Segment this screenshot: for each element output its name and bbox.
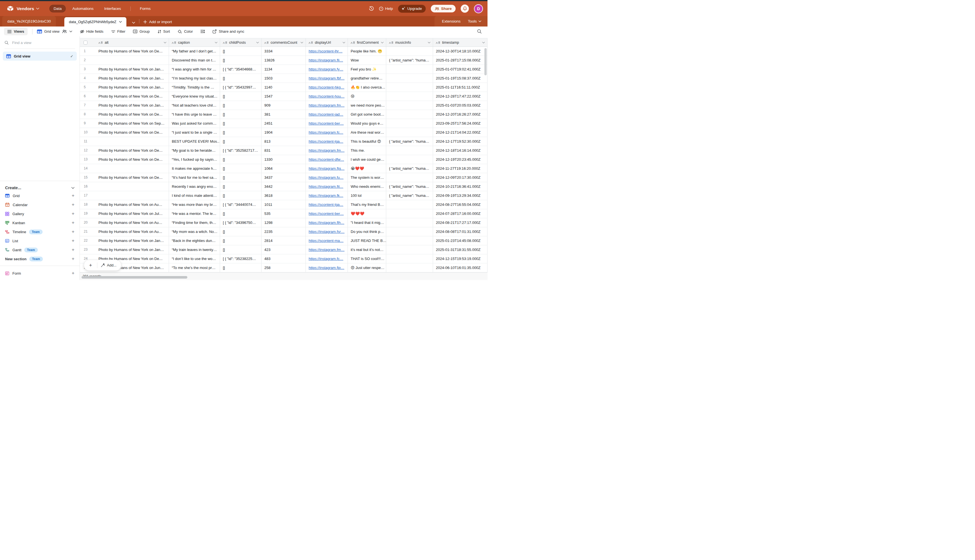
cell-firstComment[interactable]: I wish we could ge… bbox=[348, 155, 386, 164]
cell-alt[interactable]: 21 Photo by Humans of New York on Au… bbox=[80, 227, 169, 236]
cell-musicInfo[interactable] bbox=[386, 74, 433, 83]
cell-displayUrl[interactable]: https://instagram.flh… bbox=[306, 218, 348, 227]
notifications-button[interactable] bbox=[461, 5, 469, 13]
cell-timestamp[interactable]: 2023-09-25T17:56:24.000Z bbox=[433, 119, 488, 128]
search-icon[interactable] bbox=[477, 29, 482, 34]
cell-caption[interactable]: “He was a mentor. The le… bbox=[169, 209, 220, 218]
cell-alt[interactable]: 11 bbox=[80, 137, 169, 146]
cell-displayUrl[interactable]: https://instagram.fit… bbox=[306, 182, 348, 191]
cell-musicInfo[interactable] bbox=[386, 83, 433, 92]
cell-caption[interactable]: “I’m teaching my last clas… bbox=[169, 74, 220, 83]
column-header-alt[interactable]: A alt bbox=[80, 38, 169, 47]
cell-commentsCount[interactable]: 535 bbox=[262, 209, 306, 218]
column-header-timestamp[interactable]: A timestamp bbox=[433, 38, 488, 47]
cell-displayUrl[interactable]: https://instagram.fjp… bbox=[306, 263, 348, 272]
cell-firstComment[interactable]: The system is wor… bbox=[348, 173, 386, 182]
cell-childPosts[interactable]: [] bbox=[220, 128, 262, 137]
cell-musicInfo[interactable] bbox=[386, 119, 433, 128]
cell-caption[interactable]: “To me she’s the most pr… bbox=[169, 263, 220, 272]
tools-button[interactable]: Tools bbox=[468, 19, 481, 23]
cell-alt[interactable]: 22 Photo by Humans of New York on Jan… bbox=[80, 236, 169, 245]
cell-alt[interactable]: 23 Photo by Humans of New York on Jan… bbox=[80, 245, 169, 254]
cell-timestamp[interactable]: 2024-10-21T16:36:41.000Z bbox=[433, 182, 488, 191]
cell-timestamp[interactable]: 2025-01-28T17:15:08.000Z bbox=[433, 56, 488, 65]
cell-timestamp[interactable]: 2024-12-28T17:47:22.000Z bbox=[433, 92, 488, 101]
cell-alt[interactable]: 4 Photo by Humans of New York on Jan… bbox=[80, 74, 169, 83]
create-item-timeline[interactable]: Timeline Team + bbox=[0, 227, 80, 236]
create-item-new-section[interactable]: New section Team + bbox=[0, 254, 80, 263]
cell-displayUrl[interactable]: https://instagram.fu… bbox=[306, 173, 348, 182]
create-item-gantt[interactable]: Gantt Team + bbox=[0, 245, 80, 254]
cell-musicInfo[interactable]: { "artist_name": "huma… bbox=[386, 182, 433, 191]
cell-firstComment[interactable]: 😢 bbox=[348, 92, 386, 101]
column-chevron-icon[interactable] bbox=[301, 42, 303, 43]
cell-musicInfo[interactable] bbox=[386, 110, 433, 119]
cell-alt[interactable]: 17 bbox=[80, 191, 169, 200]
cell-commentsCount[interactable]: 909 bbox=[262, 101, 306, 110]
cell-displayUrl[interactable]: https://instagram.fy… bbox=[306, 65, 348, 73]
cell-musicInfo[interactable] bbox=[386, 65, 433, 73]
workspace-chevron-down-icon[interactable] bbox=[36, 8, 39, 10]
cell-musicInfo[interactable]: { "artist_name": "huma… bbox=[386, 137, 433, 146]
cell-timestamp[interactable]: 2024-12-15T19:53:19.000Z bbox=[433, 254, 488, 263]
cell-firstComment[interactable]: Do you not think p… bbox=[348, 227, 386, 236]
cell-displayUrl[interactable]: https://scontent-hou… bbox=[306, 92, 348, 101]
add-row-button[interactable]: + bbox=[84, 260, 97, 270]
cell-commentsCount[interactable]: 2235 bbox=[262, 227, 306, 236]
cell-commentsCount[interactable]: 381 bbox=[262, 110, 306, 119]
cell-displayUrl[interactable]: https://instagram.fc… bbox=[306, 128, 348, 137]
cell-commentsCount[interactable]: 258 bbox=[262, 263, 306, 272]
cell-firstComment[interactable]: Would you guys e… bbox=[348, 119, 386, 128]
create-item-gallery[interactable]: Gallery + bbox=[0, 209, 80, 218]
vertical-scrollbar-thumb[interactable] bbox=[484, 48, 487, 75]
cell-musicInfo[interactable] bbox=[386, 146, 433, 155]
cell-childPosts[interactable]: [] bbox=[220, 119, 262, 128]
column-header-caption[interactable]: A caption bbox=[169, 38, 220, 47]
cell-commentsCount[interactable]: 3437 bbox=[262, 173, 306, 182]
cell-childPosts[interactable]: [] bbox=[220, 110, 262, 119]
column-chevron-icon[interactable] bbox=[381, 42, 384, 43]
cell-commentsCount[interactable]: 1134 bbox=[262, 65, 306, 73]
create-section-header[interactable]: Create... bbox=[0, 184, 80, 191]
cell-displayUrl[interactable]: https://instagram.ftg… bbox=[306, 164, 348, 173]
filter-button[interactable]: Filter bbox=[111, 29, 125, 33]
cell-commentsCount[interactable]: 1298 bbox=[262, 218, 306, 227]
cell-caption[interactable]: “My mom was a witch. No… bbox=[169, 227, 220, 236]
cell-firstComment[interactable]: This me. bbox=[348, 146, 386, 155]
cell-musicInfo[interactable] bbox=[386, 236, 433, 245]
cell-childPosts[interactable]: [] bbox=[220, 263, 262, 272]
sort-button[interactable]: Sort bbox=[157, 29, 170, 33]
cell-displayUrl[interactable]: https://scontent-ber… bbox=[306, 119, 348, 128]
cell-alt[interactable]: 19 Photo by Humans of New York on Jul… bbox=[80, 209, 169, 218]
cell-displayUrl[interactable]: https://scontent-iad… bbox=[306, 110, 348, 119]
cell-timestamp[interactable]: 2024-08-27T16:55:04.000Z bbox=[433, 200, 488, 209]
cell-alt[interactable]: 20 Photo by Humans of New York on Au… bbox=[80, 218, 169, 227]
cell-alt[interactable]: 13 Photo by Humans of New York on De… bbox=[80, 155, 169, 164]
cell-timestamp[interactable]: 2024-12-09T20:17:30.000Z bbox=[433, 173, 488, 182]
cell-commentsCount[interactable]: 3334 bbox=[262, 47, 306, 55]
cell-alt[interactable]: 9 Photo by Humans of New York on Sep… bbox=[80, 119, 169, 128]
cell-musicInfo[interactable] bbox=[386, 254, 433, 263]
cell-displayUrl[interactable]: https://scontent-ber… bbox=[306, 209, 348, 218]
cell-firstComment[interactable]: People like him. 😬 bbox=[348, 47, 386, 55]
cell-childPosts[interactable]: [ { "id": "352582717… bbox=[220, 146, 262, 155]
cell-firstComment[interactable]: 😭❤️❤️ bbox=[348, 164, 386, 173]
cell-musicInfo[interactable] bbox=[386, 200, 433, 209]
hide-fields-button[interactable]: Hide fields bbox=[80, 29, 104, 34]
cell-timestamp[interactable]: 2024-08-21T17:27:17.000Z bbox=[433, 218, 488, 227]
find-view-search[interactable] bbox=[5, 40, 75, 49]
row-height-button[interactable] bbox=[200, 29, 205, 33]
table-tab-0[interactable]: data_YeJXCj519OJntxC30 bbox=[2, 16, 56, 27]
cell-commentsCount[interactable]: 1140 bbox=[262, 83, 306, 92]
cell-commentsCount[interactable]: 2814 bbox=[262, 236, 306, 245]
cell-childPosts[interactable]: [] bbox=[220, 182, 262, 191]
column-header-firstComment[interactable]: A firstComment bbox=[348, 38, 386, 47]
cell-childPosts[interactable]: [] bbox=[220, 74, 262, 83]
extensions-button[interactable]: Extensions bbox=[442, 19, 461, 23]
cell-displayUrl[interactable]: https://scontent-hkg… bbox=[306, 83, 348, 92]
cell-childPosts[interactable]: [ { "id": "35432997… bbox=[220, 83, 262, 92]
nav-tab-forms[interactable]: Forms bbox=[136, 5, 155, 12]
cell-timestamp[interactable]: 2025-01-07T19:02:41.000Z bbox=[433, 65, 488, 73]
cell-displayUrl[interactable]: https://scontent-lhr… bbox=[306, 47, 348, 55]
cell-alt[interactable]: 8 Photo by Humans of New York on De… bbox=[80, 110, 169, 119]
